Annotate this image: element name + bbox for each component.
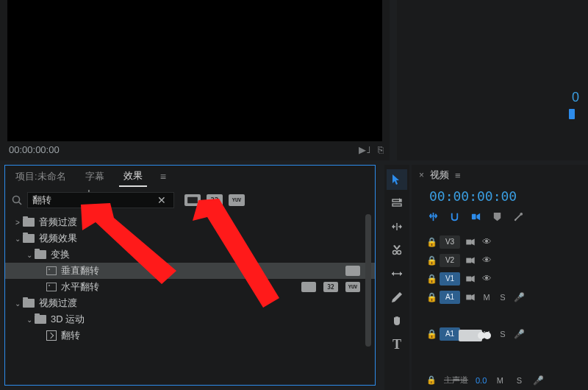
lock-icon[interactable]: 🔒 xyxy=(426,274,435,284)
yuv-badge-icon: YUV xyxy=(345,282,360,292)
folder-icon xyxy=(23,218,35,227)
tab-project[interactable]: 项目:未命名 xyxy=(11,167,71,186)
eye-icon[interactable]: 👁 xyxy=(481,273,492,284)
search-clear-icon[interactable]: ✕ xyxy=(154,194,169,206)
razor-tool[interactable] xyxy=(387,240,407,260)
panel-menu-icon[interactable]: ≡ xyxy=(157,171,169,182)
tree-folder-3d-motion[interactable]: ⌄ 3D 运动 xyxy=(5,311,375,327)
tree-label: 翻转 xyxy=(61,329,80,342)
tab-subtitles[interactable]: 字幕 xyxy=(81,167,109,186)
timeline-toolbar xyxy=(412,208,588,228)
voice-record-icon[interactable]: 🎤 xyxy=(513,292,525,302)
track-label[interactable]: V3 xyxy=(440,235,460,249)
effects-search-input[interactable]: 翻转 ✕ xyxy=(27,192,174,208)
tree-folder-audio-transitions[interactable]: > 音频过渡 xyxy=(5,214,375,230)
toggle-output-icon[interactable] xyxy=(465,255,476,266)
track-v3[interactable]: 🔒 V3 👁 xyxy=(412,233,588,251)
track-label[interactable]: V1 xyxy=(440,272,460,286)
track-a1b[interactable]: 🔒 A1 M S 🎤 xyxy=(412,325,588,343)
toggle-output-icon[interactable] xyxy=(465,236,476,248)
type-tool[interactable]: T xyxy=(387,334,407,355)
toggle-output-icon[interactable] xyxy=(465,291,476,303)
tree-folder-video-effects[interactable]: ⌄ 视频效果 xyxy=(5,230,375,247)
lock-icon[interactable]: 🔒 xyxy=(426,255,435,266)
toggle-output-icon[interactable] xyxy=(465,273,476,285)
svg-line-1 xyxy=(19,202,22,205)
tree-folder-video-transitions[interactable]: ⌄ 视频过渡 xyxy=(5,295,375,311)
tree-item-horizontal-flip[interactable]: 水平翻转 32 YUV xyxy=(5,279,375,295)
pen-tool[interactable] xyxy=(387,287,407,308)
tree-label: 水平翻转 xyxy=(61,280,99,294)
in-point-marker-icon[interactable] xyxy=(569,109,575,119)
voice-record-icon[interactable]: 🎤 xyxy=(513,329,525,339)
linked-selection-icon[interactable] xyxy=(470,211,481,222)
program-timecode[interactable]: 00:00:00:00 xyxy=(9,144,60,155)
solo-icon[interactable]: S xyxy=(497,330,509,338)
chevron-down-icon: ⌄ xyxy=(24,251,35,259)
tree-folder-transform[interactable]: ⌄ 变换 xyxy=(5,247,375,263)
tab-sequence[interactable]: 视频 xyxy=(430,169,449,182)
preset-icon xyxy=(46,266,57,275)
32bit-filter-icon[interactable]: 32 xyxy=(207,194,223,206)
svg-rect-11 xyxy=(472,214,476,220)
close-icon[interactable]: × xyxy=(419,170,424,180)
tab-effects[interactable]: 效果 xyxy=(119,166,147,187)
timeline-timecode[interactable]: 00:00:00:00 xyxy=(412,185,588,208)
search-icon xyxy=(11,194,23,206)
effects-scrollbar[interactable] xyxy=(365,214,373,383)
track-v2[interactable]: 🔒 V2 👁 xyxy=(412,251,588,269)
tree-item-vertical-flip[interactable]: 垂直翻转 xyxy=(5,263,375,279)
track-label[interactable]: A1 xyxy=(440,291,460,304)
folder-icon xyxy=(35,250,46,259)
slip-tool[interactable] xyxy=(387,263,407,284)
program-monitor-panel: 00:00:00:00 ▶˩ ⎘ xyxy=(0,0,390,160)
tree-label: 视频效果 xyxy=(39,232,77,245)
audio-clip-thumbnail[interactable] xyxy=(459,328,491,343)
export-frame-icon[interactable]: ⎘ xyxy=(378,144,384,155)
panel-menu-icon[interactable]: ≡ xyxy=(455,170,461,181)
yuv-filter-icon[interactable]: YUV xyxy=(229,194,245,206)
track-label[interactable]: A1 xyxy=(440,327,460,341)
insert-icon[interactable] xyxy=(428,211,439,222)
accelerated-fx-filter-icon[interactable] xyxy=(184,194,201,206)
timeline-panel: × 视频 ≡ 00:00:00:00 🔒 xyxy=(412,165,588,390)
solo-icon[interactable]: S xyxy=(497,293,509,302)
eye-icon[interactable]: 👁 xyxy=(481,236,492,247)
scrollbar-thumb[interactable] xyxy=(365,214,371,347)
play-stop-icon[interactable]: ▶˩ xyxy=(359,144,370,155)
svg-point-0 xyxy=(13,196,20,203)
tree-label: 视频过渡 xyxy=(39,297,77,310)
chevron-down-icon: ⌄ xyxy=(12,235,23,243)
lock-icon[interactable]: 🔒 xyxy=(426,375,437,385)
source-value[interactable]: 0 xyxy=(572,90,579,105)
svg-rect-14 xyxy=(466,258,471,263)
ripple-edit-tool[interactable] xyxy=(387,216,407,237)
32bit-badge-icon: 32 xyxy=(323,282,338,292)
chevron-right-icon: > xyxy=(12,219,23,227)
track-headers: 🔒 V3 👁 🔒 V2 👁 🔒 V1 👁 🔒 A1 M xyxy=(412,228,588,343)
lock-icon[interactable]: 🔒 xyxy=(426,292,435,302)
marker-icon[interactable] xyxy=(492,211,503,222)
tree-item-flip[interactable]: 翻转 xyxy=(5,327,375,344)
lock-icon[interactable]: 🔒 xyxy=(426,329,435,339)
selection-tool[interactable] xyxy=(387,169,407,190)
track-v1[interactable]: 🔒 V1 👁 xyxy=(412,269,588,288)
tree-label: 垂直翻转 xyxy=(61,264,99,277)
track-a1[interactable]: 🔒 A1 M S 🎤 xyxy=(412,288,588,306)
track-label[interactable]: V2 xyxy=(440,254,460,267)
svg-rect-5 xyxy=(392,204,401,206)
track-select-tool[interactable] xyxy=(387,193,407,213)
lock-icon[interactable]: 🔒 xyxy=(426,237,435,247)
mute-icon[interactable]: M xyxy=(481,293,492,302)
snap-icon[interactable] xyxy=(449,211,460,222)
voice-record-icon[interactable]: 🎤 xyxy=(532,375,544,386)
track-a1-clip[interactable] xyxy=(412,306,588,325)
eye-icon[interactable]: 👁 xyxy=(481,255,492,266)
transition-icon xyxy=(46,330,57,341)
settings-icon[interactable] xyxy=(513,211,524,222)
tool-palette: T xyxy=(384,165,409,390)
program-monitor-viewport[interactable] xyxy=(7,0,382,141)
folder-icon xyxy=(23,234,35,243)
hand-tool[interactable] xyxy=(387,311,407,331)
master-track[interactable]: 🔒 主声道 0.0 M S 🎤 xyxy=(426,375,544,386)
